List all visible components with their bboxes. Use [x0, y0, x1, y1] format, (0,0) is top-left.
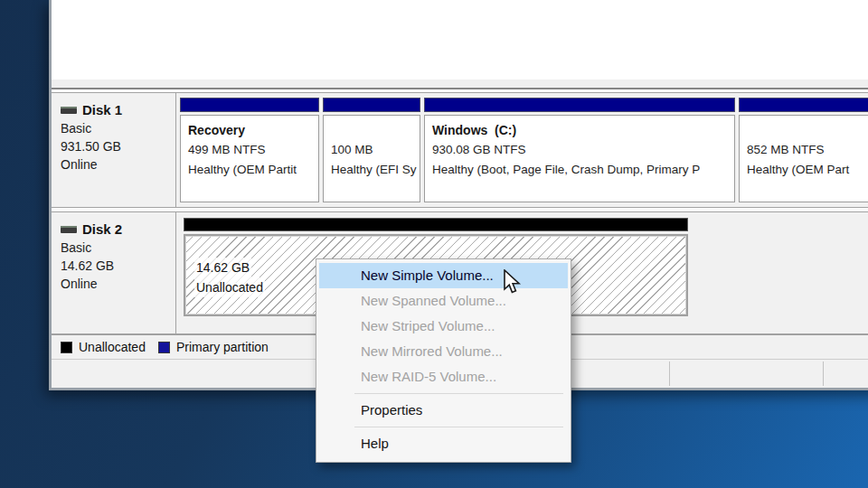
- unallocated-size: 14.62 GB: [194, 258, 251, 277]
- menu-separator: [354, 427, 563, 427]
- partition-name: Windows (C:): [432, 120, 727, 140]
- partition-color-bar: [180, 98, 319, 112]
- disk-icon: [61, 226, 77, 233]
- menu-item-help[interactable]: Help: [319, 431, 568, 456]
- partition-body[interactable]: 100 MB Healthy (EFI Sy: [323, 115, 420, 202]
- partition-name: [331, 120, 412, 140]
- partition-name: [747, 120, 868, 140]
- menu-item-new-striped-volume: New Striped Volume...: [319, 314, 568, 339]
- disk-1-size: 931.50 GB: [61, 137, 168, 155]
- partition-health: Healthy (Boot, Page File, Crash Dump, Pr…: [432, 160, 727, 180]
- disk-2-status: Online: [61, 275, 168, 293]
- partition-color-bar: [323, 98, 420, 112]
- menu-item-new-mirrored-volume: New Mirrored Volume...: [319, 339, 568, 364]
- partition-efi[interactable]: 100 MB Healthy (EFI Sy: [323, 98, 420, 202]
- menu-item-properties[interactable]: Properties: [319, 398, 568, 423]
- context-menu: New Simple Volume... New Spanned Volume.…: [316, 258, 571, 463]
- menu-separator: [354, 393, 563, 394]
- pane-splitter[interactable]: [52, 80, 868, 89]
- disk-2-size: 14.62 GB: [61, 257, 168, 275]
- disk-1-row: Disk 1 Basic 931.50 GB Online Recovery 4…: [52, 92, 868, 208]
- menu-item-new-spanned-volume: New Spanned Volume...: [319, 288, 568, 314]
- partition-size: 852 MB NTFS: [747, 140, 868, 160]
- disk-1-info-panel[interactable]: Disk 1 Basic 931.50 GB Online: [52, 93, 176, 207]
- disk-2-type: Basic: [61, 239, 168, 257]
- partition-name: Recovery: [188, 120, 311, 140]
- legend-label: Primary partition: [176, 340, 269, 354]
- disk-2-info-panel[interactable]: Disk 2 Basic 14.62 GB Online: [52, 212, 176, 333]
- partition-health: Healthy (OEM Part: [747, 160, 868, 180]
- desktop: Disk 1 Basic 931.50 GB Online Recovery 4…: [0, 0, 868, 488]
- menu-item-new-raid5-volume: New RAID-5 Volume...: [319, 364, 568, 389]
- legend-primary-partition: Primary partition: [158, 340, 269, 354]
- unallocated-swatch-icon: [61, 342, 72, 353]
- status-bar-divider: [823, 361, 824, 386]
- disk-1-status: Online: [61, 155, 168, 174]
- mouse-cursor-icon: [503, 269, 526, 296]
- partition-size: 930.08 GB NTFS: [432, 140, 727, 160]
- primary-partition-swatch-icon: [158, 342, 170, 353]
- legend-unallocated: Unallocated: [61, 340, 146, 354]
- unallocated-color-bar: [184, 218, 688, 231]
- volume-list-pane[interactable]: [52, 0, 868, 80]
- unallocated-state: Unallocated: [194, 277, 265, 297]
- disk-2-label: Disk 2: [82, 221, 122, 237]
- partition-health: Healthy (EFI Sy: [331, 160, 412, 180]
- partition-size: 100 MB: [331, 140, 412, 160]
- partition-oem[interactable]: 852 MB NTFS Healthy (OEM Part: [739, 98, 868, 202]
- disk-1-partitions: Recovery 499 MB NTFS Healthy (OEM Partit…: [176, 93, 868, 207]
- menu-item-new-simple-volume[interactable]: New Simple Volume...: [319, 263, 568, 288]
- partition-body[interactable]: Windows (C:) 930.08 GB NTFS Healthy (Boo…: [424, 115, 735, 202]
- legend-label: Unallocated: [79, 340, 146, 354]
- status-bar-divider: [669, 361, 670, 386]
- partition-color-bar: [424, 98, 735, 112]
- partition-body[interactable]: 852 MB NTFS Healthy (OEM Part: [739, 115, 868, 202]
- partition-windows-c[interactable]: Windows (C:) 930.08 GB NTFS Healthy (Boo…: [424, 98, 735, 202]
- partition-size: 499 MB NTFS: [188, 140, 311, 160]
- disk-1-label: Disk 1: [82, 102, 122, 117]
- disk-1-type: Basic: [61, 119, 168, 137]
- partition-health: Healthy (OEM Partit: [188, 160, 311, 180]
- partition-color-bar: [739, 98, 868, 112]
- partition-body[interactable]: Recovery 499 MB NTFS Healthy (OEM Partit: [180, 115, 319, 202]
- disk-icon: [61, 107, 77, 114]
- partition-recovery[interactable]: Recovery 499 MB NTFS Healthy (OEM Partit: [180, 98, 319, 202]
